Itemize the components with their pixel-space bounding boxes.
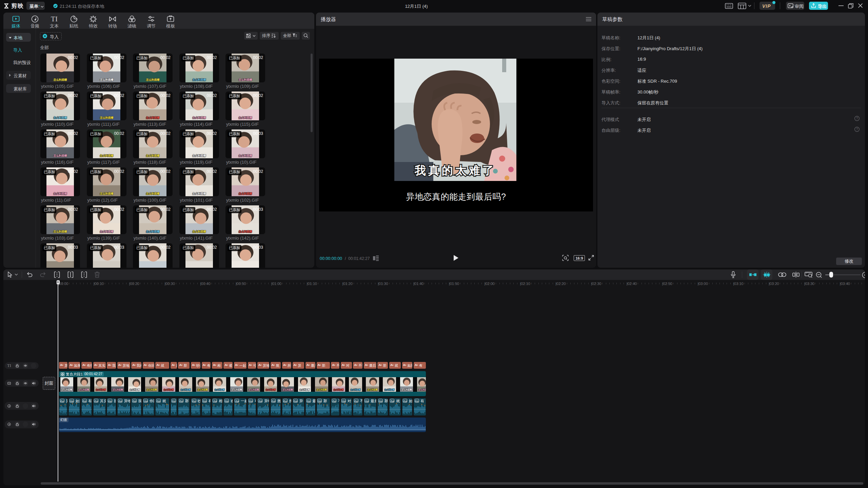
svg-text:怎么到底哪: 怎么到底哪: [238, 230, 252, 233]
svg-text:怎么到底哪: 怎么到底哪: [316, 388, 327, 391]
svg-text:怎么到底哪: 怎么到底哪: [401, 388, 412, 391]
svg-text:怎么到底哪: 怎么到底哪: [384, 388, 395, 391]
svg-text:怎么到底哪: 怎么到底哪: [238, 154, 252, 157]
svg-text:怎么到底哪: 怎么到底哪: [53, 230, 67, 233]
svg-text:怎么到底哪: 怎么到底哪: [99, 230, 113, 233]
svg-text:怎么到底哪: 怎么到底哪: [99, 116, 113, 119]
svg-text:怎么到底哪: 怎么到底哪: [78, 388, 89, 391]
svg-text:怎么到底哪: 怎么到底哪: [146, 116, 160, 119]
svg-text:我真的太难了: 我真的太难了: [414, 164, 496, 177]
svg-text:怎么到底哪: 怎么到底哪: [53, 154, 67, 157]
svg-text:怎么到底哪: 怎么到底哪: [192, 230, 206, 233]
svg-text:?: ?: [856, 117, 858, 120]
svg-text:怎么到底哪: 怎么到底哪: [192, 154, 206, 157]
svg-text:怎么到底哪: 怎么到底哪: [129, 388, 140, 391]
svg-text:怎么到底哪: 怎么到底哪: [238, 78, 252, 81]
svg-text:怎么到底哪: 怎么到底哪: [146, 192, 160, 195]
svg-text:怎么到底哪: 怎么到底哪: [367, 388, 378, 391]
svg-text:怎么到底哪: 怎么到底哪: [282, 388, 293, 391]
svg-text:怎么到底哪: 怎么到底哪: [192, 192, 206, 195]
svg-text:怎么到底哪: 怎么到底哪: [61, 388, 72, 391]
svg-text:怎么到底哪: 怎么到底哪: [99, 78, 113, 81]
svg-text:?: ?: [856, 127, 858, 131]
svg-text:怎么到底哪: 怎么到底哪: [197, 388, 208, 391]
svg-text:怎么到底哪: 怎么到底哪: [192, 116, 206, 119]
svg-text:怎么到底哪: 怎么到底哪: [53, 192, 67, 195]
svg-text:怎么到底哪: 怎么到底哪: [180, 388, 191, 391]
svg-text:怎么到底哪: 怎么到底哪: [418, 388, 426, 391]
svg-text:怎么到底哪: 怎么到底哪: [112, 388, 123, 391]
svg-text:怎么到底哪: 怎么到底哪: [333, 388, 344, 391]
svg-text:怎么到底哪: 怎么到底哪: [248, 388, 259, 391]
svg-text:怎么到底哪: 怎么到底哪: [238, 192, 252, 195]
svg-text:怎么到底哪: 怎么到底哪: [299, 388, 310, 391]
svg-text:怎么到底哪: 怎么到底哪: [53, 116, 67, 119]
svg-text:怎么到底哪: 怎么到底哪: [238, 116, 252, 119]
svg-text:怎么到底哪: 怎么到底哪: [163, 388, 174, 391]
svg-text:怎么到底哪: 怎么到底哪: [214, 388, 225, 391]
svg-text:怎么到底哪: 怎么到底哪: [146, 78, 160, 81]
svg-text:怎么到底哪: 怎么到底哪: [53, 78, 67, 81]
svg-text:怎么到底哪: 怎么到底哪: [231, 388, 242, 391]
svg-text:怎么到底哪: 怎么到底哪: [265, 388, 276, 391]
svg-text:怎么到底哪: 怎么到底哪: [146, 154, 160, 157]
svg-text:怎么到底哪: 怎么到底哪: [350, 388, 361, 391]
svg-text:怎么到底哪: 怎么到底哪: [146, 230, 160, 233]
svg-text:怎么到底哪: 怎么到底哪: [192, 78, 206, 81]
svg-text:怎么到底哪: 怎么到底哪: [146, 388, 157, 391]
svg-text:怎么到底哪: 怎么到底哪: [95, 388, 106, 391]
svg-text:怎么到底哪: 怎么到底哪: [99, 192, 113, 195]
svg-text:怎么到底哪: 怎么到底哪: [99, 154, 113, 157]
